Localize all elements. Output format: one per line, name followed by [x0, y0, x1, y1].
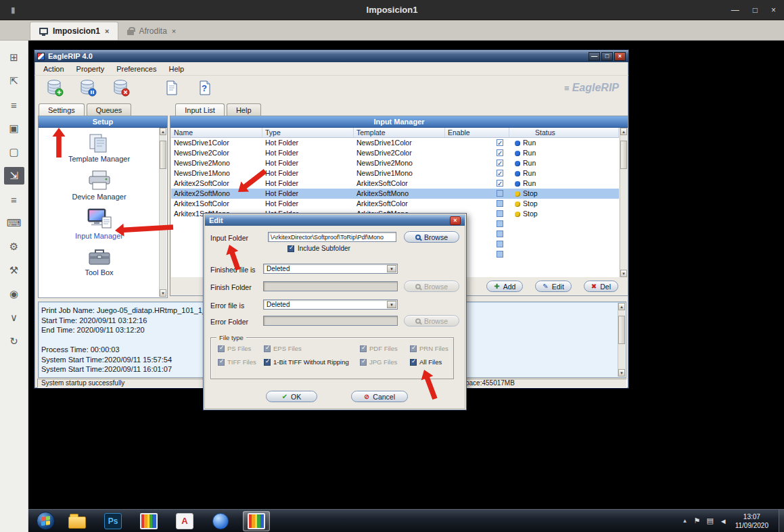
minimize-toolbar-icon[interactable]: ∨ — [4, 309, 24, 327]
tab-settings[interactable]: Settings — [39, 103, 85, 116]
tray-flag-icon[interactable]: ⚑ — [694, 516, 701, 525]
tab-afrodita[interactable]: Afrodita × — [118, 22, 185, 40]
enable-checkbox[interactable] — [497, 220, 503, 227]
file-type-checkbox[interactable]: EPS Files — [264, 345, 360, 352]
enable-checkbox[interactable] — [497, 231, 503, 237]
table-row[interactable]: Arkitex2SoftColor Hot Folder ArkitexSoft… — [171, 178, 619, 189]
taskbar-imposition-app[interactable] — [135, 511, 162, 531]
file-type-checkbox[interactable]: 1-Bit TIFF Without Ripping — [264, 358, 360, 366]
input-folder-field[interactable]: \ArkitexDirector\Softproof\ToRip\Pdf\Mon… — [268, 232, 396, 242]
multi-monitor-icon[interactable]: ▣ — [4, 120, 24, 137]
enable-checkbox[interactable] — [497, 139, 503, 146]
enable-checkbox[interactable] — [497, 210, 503, 217]
new-document-icon[interactable] — [162, 79, 181, 97]
file-type-checkbox[interactable]: JPG Files — [360, 358, 410, 366]
column-header-status[interactable]: Status — [509, 128, 619, 137]
table-row[interactable]: NewsDrive1Color Hot Folder NewsDrive1Col… — [171, 138, 619, 148]
menu-item[interactable]: Action — [37, 64, 70, 74]
panel-icon[interactable]: ≡ — [4, 191, 24, 208]
taskbar-eaglerip-active[interactable] — [243, 511, 270, 531]
fit-window-icon[interactable]: ≡ — [4, 96, 24, 114]
setup-scrollbar[interactable]: ▲ ▼ — [159, 128, 166, 297]
table-row[interactable]: Arkitex2SoftMono Hot Folder ArkitexSoftM… — [171, 189, 619, 199]
tab-close-icon[interactable]: × — [172, 27, 176, 35]
taskbar-photoshop[interactable]: Ps — [99, 511, 126, 531]
keyboard-icon[interactable]: ⌨ — [4, 214, 24, 232]
tab-close-icon[interactable]: × — [105, 27, 109, 35]
enable-checkbox[interactable] — [497, 170, 503, 176]
scrollbar-thumb[interactable] — [618, 316, 625, 344]
cancel-button[interactable]: ⊘ Cancel — [351, 391, 408, 402]
delete-button[interactable]: ✖ Del — [584, 281, 618, 292]
menu-item[interactable]: Help — [162, 64, 190, 74]
tray-network-icon[interactable]: ▤ — [706, 516, 713, 525]
enable-checkbox[interactable] — [497, 149, 503, 156]
close-button[interactable]: × — [771, 5, 776, 15]
enable-checkbox[interactable] — [497, 180, 503, 187]
enable-checkbox[interactable] — [497, 160, 503, 166]
eaglerip-minimize-button[interactable]: — — [589, 52, 600, 61]
reconnect-icon[interactable]: ↻ — [4, 333, 24, 350]
add-button[interactable]: ✚ Add — [486, 281, 523, 292]
file-type-checkbox[interactable]: PS Files — [218, 345, 264, 352]
eaglerip-maximize-button[interactable]: □ — [601, 52, 613, 61]
table-row[interactable]: Arkitex1SoftColor Hot Folder ArkitexSoft… — [171, 199, 619, 209]
column-header-name[interactable]: Name — [171, 128, 262, 137]
show-desktop-button[interactable] — [779, 510, 784, 532]
enable-checkbox[interactable] — [497, 241, 503, 247]
scrollbar-thumb[interactable] — [620, 141, 627, 169]
taskbar-explorer[interactable] — [64, 511, 91, 531]
tools-icon[interactable]: ⚒ — [4, 262, 24, 279]
column-header-enable[interactable]: Enable — [445, 128, 509, 137]
dialog-close-button[interactable]: × — [450, 216, 461, 225]
dynamic-resolution-icon[interactable]: ▢ — [4, 143, 24, 161]
log-scrollbar[interactable]: ▲ ▼ — [618, 303, 625, 377]
setup-item-input-manager[interactable]: Input Manager — [75, 207, 123, 240]
taskbar-browser[interactable] — [207, 511, 234, 531]
tray-volume-icon[interactable]: ◄ — [720, 517, 727, 525]
finished-file-select[interactable]: Deleted ▼ — [263, 264, 398, 274]
table-scrollbar[interactable]: ▲ ▼ — [620, 128, 627, 277]
table-row[interactable]: NewsDrive1Mono Hot Folder NewsDrive1Mono… — [171, 168, 619, 178]
eaglerip-titlebar[interactable]: EagleRIP 4.0 — □ × — [34, 50, 628, 62]
maximize-button[interactable]: □ — [753, 5, 758, 15]
file-type-checkbox[interactable]: All Files — [410, 358, 453, 366]
setup-item-template-manager[interactable]: Template Manager — [68, 132, 130, 163]
setup-item-device-manager[interactable]: Device Manager — [72, 169, 126, 201]
start-input-icon[interactable] — [45, 79, 64, 97]
taskbar-acrobat[interactable]: A — [171, 511, 198, 531]
setup-item-tool-box[interactable]: Tool Box — [84, 246, 115, 276]
file-type-checkbox[interactable]: TIFF Files — [218, 358, 264, 366]
table-row[interactable]: NewsDrive2Mono Hot Folder NewsDrive2Mono… — [171, 158, 619, 168]
scroll-up-icon[interactable]: ▲ — [620, 128, 627, 135]
dropdown-arrow-icon[interactable]: ▼ — [387, 301, 396, 308]
scroll-down-icon[interactable]: ▼ — [618, 369, 625, 377]
tray-show-hidden-icon[interactable]: ▲ — [683, 518, 688, 524]
scroll-down-icon[interactable]: ▼ — [620, 270, 627, 277]
screenshot-icon[interactable]: ◉ — [4, 285, 24, 303]
edit-dialog-titlebar[interactable]: Edit × — [205, 215, 465, 226]
file-type-checkbox[interactable]: PDF Files — [360, 345, 410, 352]
eaglerip-close-button[interactable]: × — [614, 52, 626, 61]
include-subfolder-checkbox[interactable]: Include Subfolder — [287, 245, 350, 252]
menu-item[interactable]: Property — [70, 64, 111, 74]
table-row[interactable]: NewsDrive2Color Hot Folder NewsDrive2Col… — [171, 148, 619, 158]
scroll-up-icon[interactable]: ▲ — [160, 128, 166, 135]
edit-button[interactable]: ✎ Edit — [535, 281, 571, 292]
stop-input-icon[interactable] — [78, 79, 97, 97]
scaled-mode-icon[interactable]: ⇲ — [4, 167, 24, 185]
preferences-icon[interactable]: ⚙ — [4, 238, 24, 256]
input-folder-browse-button[interactable]: Browse — [404, 231, 459, 243]
dropdown-arrow-icon[interactable]: ▼ — [387, 265, 396, 272]
scroll-down-icon[interactable]: ▼ — [160, 289, 166, 297]
minimize-button[interactable]: — — [731, 5, 739, 15]
menu-item[interactable]: Preferences — [110, 64, 162, 74]
start-button[interactable] — [37, 512, 55, 530]
column-header-template[interactable]: Template — [354, 128, 445, 137]
file-type-checkbox[interactable]: PRN Files — [410, 345, 453, 352]
delete-input-icon[interactable] — [112, 79, 130, 97]
tab-help[interactable]: Help — [227, 103, 261, 116]
error-file-select[interactable]: Deleted ▼ — [263, 299, 398, 310]
help-icon[interactable]: ? — [195, 79, 214, 97]
tab-imposicion1[interactable]: Imposicion1 × — [30, 22, 118, 40]
